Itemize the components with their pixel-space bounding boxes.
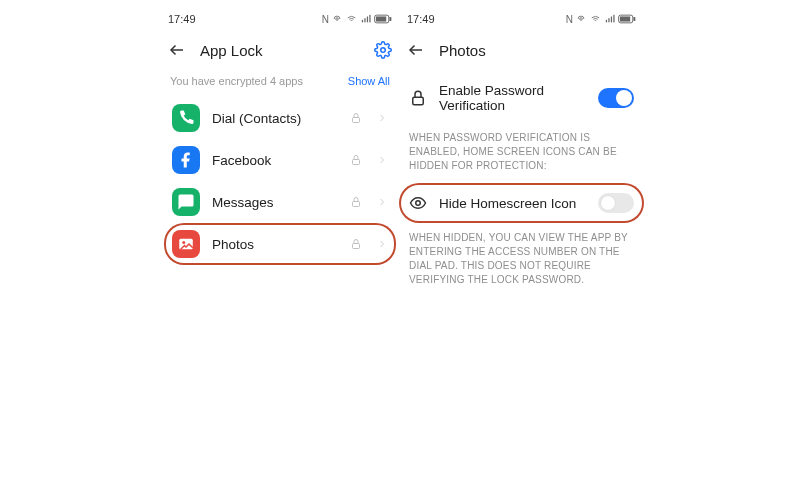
toggle-enable-verification[interactable] [598, 88, 634, 108]
eye-icon [409, 194, 427, 212]
title-bar: Photos [399, 31, 644, 73]
svg-rect-16 [606, 20, 607, 22]
svg-rect-6 [389, 17, 391, 21]
status-n-icon: N [566, 14, 573, 25]
status-bar: 17:49 N [160, 10, 400, 31]
svg-rect-21 [633, 17, 635, 21]
lock-icon [350, 238, 362, 250]
status-icons: N [322, 14, 392, 25]
app-item-facebook[interactable]: Facebook [164, 139, 396, 181]
svg-rect-2 [364, 18, 365, 22]
setting-enable-verification[interactable]: Enable Password Verification [399, 73, 644, 123]
back-icon[interactable] [407, 41, 425, 59]
title-bar: App Lock [160, 31, 400, 73]
app-label: Messages [212, 195, 338, 210]
subtitle-row: You have encrypted 4 apps Show All [160, 73, 400, 97]
svg-rect-22 [620, 16, 630, 21]
toggle-hide-homescreen[interactable] [598, 193, 634, 213]
setting-hide-homescreen[interactable]: Hide Homescreen Icon [399, 183, 644, 223]
gear-icon[interactable] [374, 41, 392, 59]
app-label: Facebook [212, 153, 338, 168]
app-item-photos[interactable]: Photos [164, 223, 396, 265]
lock-icon [350, 154, 362, 166]
svg-rect-3 [367, 17, 368, 23]
svg-rect-23 [413, 97, 424, 105]
status-time: 17:49 [407, 13, 435, 25]
nfc-icon [575, 14, 587, 24]
page-title: Photos [439, 42, 636, 59]
svg-rect-17 [608, 18, 609, 22]
svg-rect-11 [353, 202, 360, 207]
svg-rect-4 [369, 15, 370, 22]
lock-icon [350, 112, 362, 124]
chevron-right-icon [376, 154, 388, 166]
svg-point-24 [416, 201, 421, 206]
facebook-icon [172, 146, 200, 174]
screen-photos-settings: 17:49 N Photos Enable Password Verificat… [399, 10, 644, 490]
lock-icon [409, 89, 427, 107]
nfc-icon [331, 14, 343, 24]
svg-point-15 [580, 18, 583, 21]
svg-rect-7 [376, 16, 386, 21]
signal-icon [604, 14, 616, 24]
caption-hidden: WHEN HIDDEN, YOU CAN VIEW THE APP BY ENT… [399, 223, 644, 297]
dial-icon [172, 104, 200, 132]
chevron-right-icon [376, 112, 388, 124]
signal-icon [360, 14, 372, 24]
app-label: Dial (Contacts) [212, 111, 338, 126]
chevron-right-icon [376, 238, 388, 250]
back-icon[interactable] [168, 41, 186, 59]
svg-rect-18 [611, 17, 612, 23]
svg-point-0 [336, 18, 339, 21]
svg-rect-10 [353, 160, 360, 165]
app-item-messages[interactable]: Messages [164, 181, 396, 223]
caption-verification: WHEN PASSWORD VERIFICATION IS ENABLED, H… [399, 123, 644, 183]
svg-point-8 [381, 48, 386, 53]
wifi-icon [345, 14, 358, 24]
chevron-right-icon [376, 196, 388, 208]
status-bar: 17:49 N [399, 10, 644, 31]
status-icons: N [566, 14, 636, 25]
screen-app-lock: 17:49 N App Lock You have encrypted 4 ap… [160, 10, 400, 490]
messages-icon [172, 188, 200, 216]
svg-rect-9 [353, 118, 360, 123]
status-n-icon: N [322, 14, 329, 25]
svg-point-13 [182, 241, 185, 244]
page-title: App Lock [200, 42, 360, 59]
svg-rect-14 [353, 244, 360, 249]
wifi-icon [589, 14, 602, 24]
app-list: Dial (Contacts)FacebookMessagesPhotos [160, 97, 400, 265]
setting-label: Enable Password Verification [439, 83, 586, 113]
setting-label: Hide Homescreen Icon [439, 196, 586, 211]
photos-icon [172, 230, 200, 258]
battery-icon [374, 14, 392, 24]
encrypted-count-label: You have encrypted 4 apps [170, 75, 303, 87]
app-item-dial[interactable]: Dial (Contacts) [164, 97, 396, 139]
lock-icon [350, 196, 362, 208]
status-time: 17:49 [168, 13, 196, 25]
svg-rect-19 [613, 15, 614, 22]
show-all-link[interactable]: Show All [348, 75, 390, 87]
app-label: Photos [212, 237, 338, 252]
svg-rect-1 [362, 20, 363, 22]
battery-icon [618, 14, 636, 24]
